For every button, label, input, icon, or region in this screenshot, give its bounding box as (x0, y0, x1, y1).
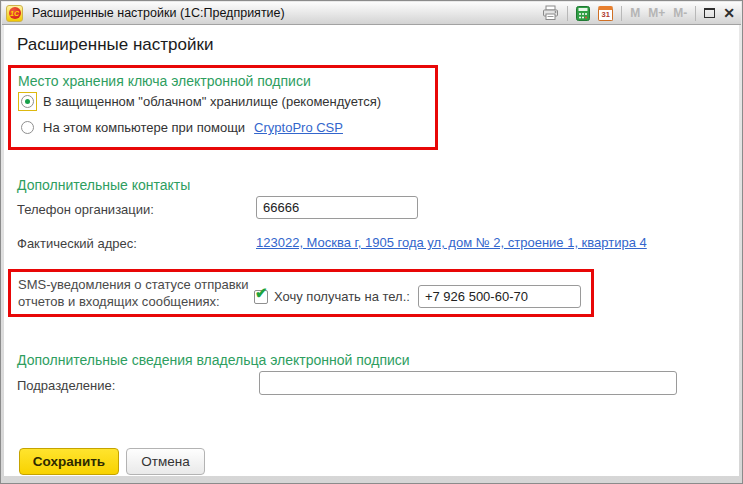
dialog-content: Расширенные настройки Место хранения клю… (4, 25, 739, 476)
sms-checkbox-label[interactable]: Хочу получать на тел.: (274, 289, 410, 304)
calculator-icon[interactable] (576, 6, 590, 21)
sms-checkbox-row: ✔ Хочу получать на тел.: (254, 285, 581, 308)
sms-label-line2: отчетов и входящих сообщениях: (18, 293, 249, 310)
calendar-day-label: 31 (602, 10, 610, 19)
memory-recall-button[interactable]: M (630, 6, 640, 20)
app-logo-text: 1С (9, 7, 21, 19)
focus-ring (18, 92, 37, 111)
key-storage-section: Место хранения ключа электронной подписи… (8, 65, 438, 150)
sms-label: SMS-уведомления о статусе отправки отчет… (18, 276, 249, 310)
sms-checkbox[interactable]: ✔ (254, 290, 268, 304)
radio-cloud-storage[interactable] (21, 95, 34, 108)
key-storage-heading: Место хранения ключа электронной подписи (18, 73, 311, 89)
titlebar-separator (567, 6, 568, 21)
titlebar-separator (695, 6, 696, 21)
org-phone-input[interactable] (256, 196, 418, 219)
sms-label-line1: SMS-уведомления о статусе отправки (18, 276, 249, 293)
maximize-icon (704, 8, 715, 18)
save-button[interactable]: Сохранить (19, 448, 119, 475)
sms-notification-section: SMS-уведомления о статусе отправки отчет… (8, 269, 594, 317)
cancel-button[interactable]: Отмена (126, 448, 205, 475)
calendar-icon[interactable]: 31 (598, 6, 613, 21)
page-title: Расширенные настройки (17, 35, 213, 55)
titlebar: 1С Расширенные настройки (1С:Предприятие… (2, 2, 741, 25)
department-label: Подразделение: (17, 378, 115, 393)
radio-local-computer[interactable] (21, 121, 34, 134)
radio-cloud-label[interactable]: В защищенном "облачном" хранилище (реком… (43, 94, 381, 109)
org-phone-label: Телефон организации: (17, 202, 154, 217)
titlebar-controls: 31 M M+ M- ✕ (542, 5, 735, 21)
close-button[interactable]: ✕ (723, 6, 735, 20)
radio-row-cloud: В защищенном "облачном" хранилище (реком… (18, 92, 381, 111)
window-title: Расширенные настройки (1С:Предприятие) (32, 6, 285, 20)
memory-plus-button[interactable]: M+ (648, 6, 665, 20)
app-logo-1c-icon: 1С (6, 5, 23, 22)
titlebar-separator (621, 6, 622, 21)
cryptopro-csp-link[interactable]: CryptoPro CSP (254, 120, 343, 135)
department-input[interactable] (259, 371, 677, 395)
contacts-heading: Дополнительные контакты (17, 177, 190, 193)
radio-local-label[interactable]: На этом компьютере при помощи (43, 120, 245, 135)
sms-phone-input[interactable] (418, 285, 581, 308)
owner-info-heading: Дополнительные сведения владельца электр… (17, 352, 410, 368)
checkmark-icon: ✔ (255, 285, 268, 300)
radio-row-local: На этом компьютере при помощи CryptoPro … (18, 120, 343, 135)
actual-address-link[interactable]: 123022, Москва г, 1905 года ул, дом № 2,… (256, 235, 647, 250)
actual-address-label: Фактический адрес: (17, 236, 137, 251)
print-icon[interactable] (542, 5, 559, 21)
window: 1С Расширенные настройки (1С:Предприятие… (0, 0, 743, 484)
radio-selected-dot (25, 99, 30, 104)
maximize-button[interactable] (704, 8, 715, 18)
memory-minus-button[interactable]: M- (673, 6, 687, 20)
